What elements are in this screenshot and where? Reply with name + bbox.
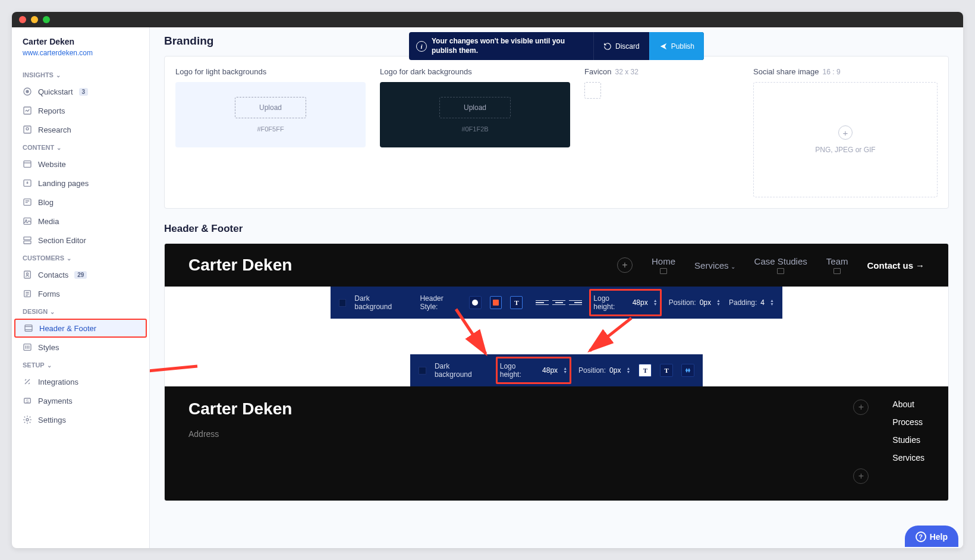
banner-message: Your changes won't be visible until you …: [432, 37, 586, 55]
send-icon: [659, 42, 668, 51]
light-logo-box: Upload #F0F5FF: [175, 82, 366, 147]
sidebar-item-header-footer[interactable]: Header & Footer: [14, 319, 147, 338]
nav-case-studies[interactable]: Case Studies: [754, 256, 807, 274]
footer-position-stepper[interactable]: ▲▼: [626, 367, 630, 374]
section-insights[interactable]: INSIGHTS⌄: [12, 67, 149, 82]
footer-text-white[interactable]: T: [639, 364, 652, 377]
upload-dark-button[interactable]: Upload: [439, 97, 511, 118]
social-hint: PNG, JPEG or GIF: [815, 146, 875, 154]
sidebar-item-styles[interactable]: Styles: [12, 338, 149, 357]
footer-logo-height-stepper[interactable]: ▲▼: [563, 367, 567, 374]
sidebar-item-section-editor[interactable]: Section Editor: [12, 231, 149, 250]
dark-bg-label: Dark background: [354, 294, 405, 311]
social-upload[interactable]: + PNG, JPEG or GIF: [753, 82, 938, 197]
align-right-icon[interactable]: [569, 298, 582, 307]
sidebar-item-payments[interactable]: SPayments: [12, 391, 149, 410]
sidebar-item-quickstart[interactable]: Quickstart 3: [12, 82, 149, 101]
dark-bg-checkbox[interactable]: [339, 299, 346, 307]
footer-add-button-2[interactable]: +: [853, 468, 869, 484]
upload-light-button[interactable]: Upload: [235, 97, 306, 118]
header-footer-preview: Carter Deken + Home Services⌄ Case Studi…: [164, 243, 949, 501]
align-center-icon[interactable]: [552, 298, 565, 307]
footer-toolbar: Dark background Logo height: 48px ▲▼ Pos…: [410, 354, 703, 386]
add-nav-button[interactable]: +: [617, 257, 633, 273]
sidebar-item-contacts[interactable]: Contacts29: [12, 265, 149, 284]
window-titlebar: [12, 12, 963, 27]
page-icon: [23, 178, 32, 188]
sidebar-item-research[interactable]: Research: [12, 120, 149, 139]
page-icon: [777, 268, 784, 274]
padding-stepper[interactable]: ▲▼: [770, 299, 774, 306]
favicon-label: Favicon32 x 32: [584, 67, 639, 76]
close-icon[interactable]: [19, 16, 26, 23]
nav-contact[interactable]: Contact us→: [867, 260, 924, 270]
section-design[interactable]: DESIGN⌄: [12, 303, 149, 319]
style-option-1[interactable]: [469, 296, 482, 309]
nav-team[interactable]: Team: [826, 256, 848, 274]
footer-link-process[interactable]: Process: [892, 417, 924, 427]
chart-icon: [23, 106, 32, 115]
sidebar-url[interactable]: www.carterdeken.com: [12, 49, 149, 67]
align-left-icon[interactable]: [536, 298, 549, 307]
sidebar-item-media[interactable]: Media: [12, 212, 149, 231]
payments-icon: S: [23, 396, 32, 405]
media-icon: [23, 216, 32, 226]
contacts-icon: [23, 270, 32, 279]
plus-icon: +: [838, 125, 853, 140]
svg-point-13: [26, 273, 28, 275]
footer-add-button-1[interactable]: +: [853, 399, 869, 415]
header-footer-title: Header & Footer: [164, 223, 949, 235]
section-customers[interactable]: CUSTOMERS⌄: [12, 250, 149, 265]
header-toolbar: Dark background Header Style: T Logo hei…: [331, 287, 782, 319]
footer-text-dark[interactable]: T: [660, 364, 673, 377]
logo-height-value[interactable]: 48px: [633, 298, 648, 307]
position-value[interactable]: 0px: [700, 298, 711, 307]
section-setup[interactable]: SETUP⌄: [12, 357, 149, 372]
footer-link-services[interactable]: Services: [892, 453, 924, 463]
sidebar-item-landing-pages[interactable]: Landing pages: [12, 174, 149, 193]
discard-button[interactable]: Discard: [593, 32, 649, 60]
padding-value[interactable]: 4: [760, 298, 765, 307]
footer-extra-icon[interactable]: [681, 364, 694, 377]
target-icon: [23, 87, 32, 96]
position-stepper[interactable]: ▲▼: [716, 299, 721, 306]
branding-panel: Logo for light backgrounds Upload #F0F5F…: [164, 56, 949, 209]
sidebar-item-settings[interactable]: Settings: [12, 410, 149, 429]
sidebar-item-reports[interactable]: Reports: [12, 101, 149, 120]
sidebar-item-integrations[interactable]: Integrations: [12, 372, 149, 391]
svg-point-4: [26, 128, 29, 130]
svg-point-19: [26, 419, 29, 421]
sidebar-item-blog[interactable]: Blog: [12, 193, 149, 212]
footer-position-value[interactable]: 0px: [609, 366, 621, 375]
minimize-icon[interactable]: [31, 16, 38, 23]
publish-button[interactable]: Publish: [649, 32, 704, 60]
favicon-upload[interactable]: [584, 82, 601, 99]
undo-icon: [603, 42, 612, 51]
style-option-text[interactable]: T: [510, 296, 523, 309]
nav-services[interactable]: Services⌄: [694, 260, 735, 270]
footer-brand: Carter Deken: [188, 399, 292, 419]
sections-icon: [23, 235, 32, 245]
logo-height-stepper[interactable]: ▲▼: [653, 299, 658, 306]
section-content[interactable]: CONTENT⌄: [12, 139, 149, 155]
footer-logo-height-value[interactable]: 48px: [542, 366, 558, 375]
footer-dark-bg-checkbox[interactable]: [419, 367, 426, 375]
chevron-down-icon: ⌄: [56, 144, 61, 151]
sidebar-item-website[interactable]: Website: [12, 155, 149, 174]
footer-address[interactable]: Address: [188, 429, 292, 439]
chevron-down-icon: ⌄: [50, 309, 55, 315]
publish-banner: i Your changes won't be visible until yo…: [409, 32, 704, 60]
styles-icon: [23, 342, 32, 352]
sidebar-item-forms[interactable]: Forms: [12, 284, 149, 303]
main-content: i Your changes won't be visible until yo…: [150, 27, 963, 548]
nav-home[interactable]: Home: [652, 256, 675, 274]
page-icon: [834, 268, 841, 274]
help-button[interactable]: ? Help: [905, 526, 958, 547]
maximize-icon[interactable]: [43, 16, 50, 23]
style-option-2[interactable]: [490, 296, 502, 309]
footer-preview: Carter Deken Address + + About Process S…: [165, 386, 948, 501]
logo-height-control: Logo height: 48px ▲▼: [589, 289, 661, 316]
footer-link-about[interactable]: About: [892, 399, 924, 409]
info-icon: i: [416, 41, 427, 52]
footer-link-studies[interactable]: Studies: [892, 435, 924, 445]
